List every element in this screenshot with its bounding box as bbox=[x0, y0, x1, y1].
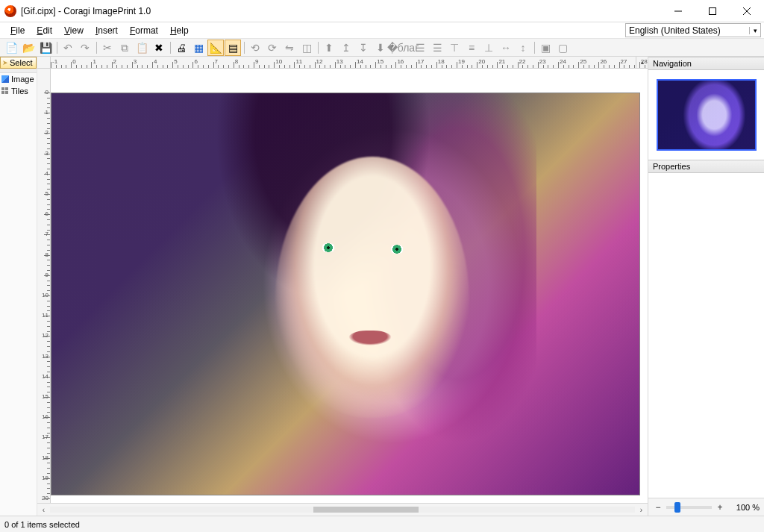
status-text: 0 of 1 items selected bbox=[4, 520, 80, 529]
copy-button[interactable]: ⧉ bbox=[116, 40, 133, 56]
tiles-icon bbox=[1, 87, 9, 95]
canvas-viewport[interactable] bbox=[51, 69, 648, 503]
tab-image[interactable]: Image bbox=[0, 73, 37, 85]
send-backward-button[interactable]: ↧ bbox=[355, 40, 372, 56]
chevron-down-icon: ▾ bbox=[749, 27, 760, 34]
language-current: English (United States) bbox=[626, 24, 749, 37]
zoom-thumb[interactable] bbox=[674, 502, 680, 513]
separator bbox=[316, 40, 320, 56]
rotate-right-button[interactable]: ⟳ bbox=[264, 40, 281, 56]
distribute-h-button[interactable]: ↔ bbox=[498, 40, 514, 56]
menu-edit[interactable]: Edit bbox=[31, 23, 58, 38]
save-button[interactable]: 💾 bbox=[37, 40, 54, 56]
bring-front-button[interactable]: ⬆ bbox=[321, 40, 337, 56]
scroll-left-icon[interactable]: ‹ bbox=[37, 506, 50, 514]
vertical-ruler[interactable]: 01234567891011121314151617181920 bbox=[37, 69, 51, 503]
app-icon bbox=[4, 5, 16, 17]
cursor-icon: ➤ bbox=[2, 59, 8, 66]
paste-button[interactable]: 📋 bbox=[134, 40, 150, 56]
properties-header: Properties bbox=[648, 160, 764, 173]
scroll-track[interactable] bbox=[50, 507, 635, 513]
print-button[interactable]: 🖨 bbox=[173, 40, 190, 56]
align-right-button[interactable]: ☰ bbox=[429, 40, 445, 56]
window-title: [Gif.cipx] - Coragi ImagePrint 1.0 bbox=[21, 6, 661, 16]
align-top-button[interactable]: ⊤ bbox=[446, 40, 463, 56]
close-button[interactable] bbox=[730, 0, 764, 22]
zoom-out-button[interactable]: − bbox=[653, 502, 663, 513]
image-eye-right bbox=[389, 245, 405, 254]
select-label: Select bbox=[10, 58, 33, 67]
zoom-control: − + 100 % bbox=[648, 498, 764, 516]
image-icon bbox=[1, 75, 9, 83]
scroll-right-icon[interactable]: › bbox=[635, 506, 648, 514]
delete-button[interactable]: ✖ bbox=[151, 40, 167, 56]
menu-help[interactable]: Help bbox=[164, 23, 195, 38]
main-area: ➤ Select Image Tiles -101234567891011121… bbox=[0, 57, 764, 516]
left-panel: ➤ Select Image Tiles bbox=[0, 57, 37, 516]
tab-tiles[interactable]: Tiles bbox=[0, 85, 37, 97]
separator bbox=[168, 40, 172, 56]
send-back-button[interactable]: ⬇ bbox=[372, 40, 389, 56]
horizontal-scrollbar[interactable]: ‹ › bbox=[37, 503, 648, 516]
menu-row: File Edit View Insert Format Help Englis… bbox=[0, 22, 764, 39]
canvas-image[interactable] bbox=[51, 93, 640, 495]
image-lips bbox=[348, 331, 392, 345]
align-bottom-button[interactable]: ⊥ bbox=[480, 40, 497, 56]
status-bar: 0 of 1 items selected bbox=[0, 516, 764, 532]
group-button[interactable]: ▣ bbox=[537, 40, 554, 56]
menu-file[interactable]: File bbox=[4, 23, 31, 38]
right-panel: Navigation Properties − + 100 % bbox=[648, 57, 764, 516]
undo-button[interactable]: ↶ bbox=[60, 40, 76, 56]
svg-rect-1 bbox=[710, 7, 716, 14]
document-area: -101234567891011121314151617181920212223… bbox=[37, 57, 648, 516]
distribute-v-button[interactable]: ↕ bbox=[515, 40, 531, 56]
redo-button[interactable]: ↷ bbox=[77, 40, 93, 56]
align-left-button[interactable]: �благ bbox=[395, 40, 411, 56]
titlebar: [Gif.cipx] - Coragi ImagePrint 1.0 bbox=[0, 0, 764, 22]
minimize-button[interactable] bbox=[661, 0, 695, 22]
menu-insert[interactable]: Insert bbox=[90, 23, 124, 38]
menu-view[interactable]: View bbox=[58, 23, 90, 38]
navigation-thumbnail-area bbox=[648, 70, 764, 160]
ungroup-button[interactable]: ▢ bbox=[554, 40, 571, 56]
navigation-thumbnail[interactable] bbox=[657, 79, 757, 151]
grid-button[interactable]: ▦ bbox=[190, 40, 207, 56]
bring-forward-button[interactable]: ↥ bbox=[338, 40, 354, 56]
zoom-value: 100 % bbox=[728, 503, 760, 512]
toolbar: 📄 📂 💾 ↶ ↷ ✂ ⧉ 📋 ✖ 🖨 ▦ 📐 ▤ ⟲ ⟳ ⇋ ◫ ⬆ ↥ ↧ … bbox=[0, 39, 764, 57]
separator bbox=[54, 40, 59, 56]
crop-button[interactable]: ◫ bbox=[298, 40, 315, 56]
menubar: File Edit View Insert Format Help bbox=[0, 22, 195, 38]
ruler-button[interactable]: 📐 bbox=[207, 40, 224, 56]
select-tool[interactable]: ➤ Select bbox=[0, 57, 37, 69]
image-eye-left bbox=[320, 243, 336, 252]
zoom-slider[interactable] bbox=[666, 506, 712, 509]
snap-button[interactable]: ▤ bbox=[225, 40, 241, 56]
separator bbox=[242, 40, 246, 56]
cut-button[interactable]: ✂ bbox=[99, 40, 116, 56]
separator bbox=[532, 40, 536, 56]
maximize-button[interactable] bbox=[695, 0, 730, 22]
rotate-left-button[interactable]: ⟲ bbox=[247, 40, 263, 56]
zoom-in-button[interactable]: + bbox=[715, 502, 725, 513]
new-button[interactable]: 📄 bbox=[3, 40, 19, 56]
open-button[interactable]: 📂 bbox=[20, 40, 37, 56]
properties-panel bbox=[648, 173, 764, 498]
align-middle-button[interactable]: ≡ bbox=[463, 40, 480, 56]
language-select[interactable]: English (United States) ▾ bbox=[625, 23, 761, 37]
menu-format[interactable]: Format bbox=[124, 23, 164, 38]
separator bbox=[94, 40, 98, 56]
navigation-header: Navigation bbox=[648, 57, 764, 70]
horizontal-ruler[interactable]: -101234567891011121314151617181920212223… bbox=[37, 57, 648, 69]
scroll-thumb[interactable] bbox=[313, 507, 419, 513]
flip-h-button[interactable]: ⇋ bbox=[281, 40, 298, 56]
